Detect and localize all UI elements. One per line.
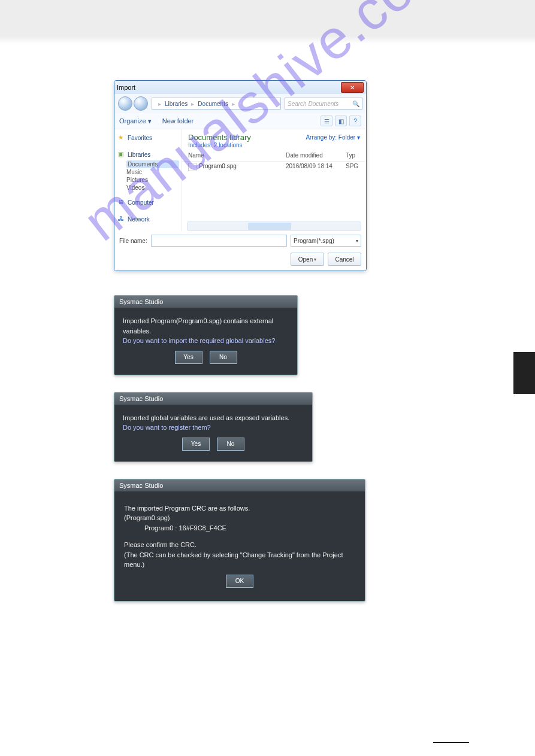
- yes-button[interactable]: Yes: [175, 351, 202, 364]
- dialog-title: Sysmac Studio: [114, 393, 312, 405]
- path-breadcrumb[interactable]: ▸ Libraries▸ Documents▸: [152, 98, 281, 110]
- column-header-name[interactable]: Name: [188, 152, 286, 159]
- organize-menu[interactable]: Organize ▾: [119, 117, 152, 125]
- nav-forward-button[interactable]: [134, 96, 148, 111]
- no-button[interactable]: No: [210, 351, 237, 364]
- close-icon: ✕: [350, 84, 355, 91]
- file-name-input[interactable]: [151, 235, 287, 247]
- dialog-message-line: Imported global variables are used as ex…: [123, 413, 304, 423]
- dialog-message-line: The imported Program CRC are as follows.: [124, 503, 355, 514]
- dialog-title: Import: [117, 84, 341, 91]
- column-header-date[interactable]: Date modified: [286, 152, 346, 159]
- ok-button[interactable]: OK: [226, 575, 253, 588]
- view-mode-button[interactable]: ☰: [321, 116, 333, 126]
- chevron-down-icon: ▾: [148, 117, 152, 125]
- open-button[interactable]: Open▾: [291, 253, 324, 266]
- yes-button[interactable]: Yes: [182, 438, 210, 451]
- file-icon: [188, 163, 197, 171]
- navigation-sidebar: ★Favorites ▣Libraries Documents Music Pi…: [114, 129, 182, 231]
- sidebar-item-music[interactable]: Music: [126, 168, 179, 176]
- dialog-message-line: (Program0.spg): [124, 513, 355, 523]
- dialog-message-line: Imported Program(Program0.spg) contains …: [123, 316, 289, 336]
- crc-confirm-dialog: Sysmac Studio The imported Program CRC a…: [114, 479, 365, 602]
- sidebar-item-computer[interactable]: 🖥Computer: [118, 199, 179, 206]
- import-file-dialog: Import ✕ ▸ Libraries▸ Documents▸ Search …: [114, 80, 367, 271]
- dialog-title: Sysmac Studio: [114, 479, 365, 491]
- chevron-down-icon: ▾: [314, 257, 316, 262]
- import-external-vars-dialog: Sysmac Studio Imported Program(Program0.…: [114, 295, 298, 375]
- library-icon: ▣: [118, 151, 125, 158]
- computer-icon: 🖥: [118, 199, 125, 206]
- preview-pane-button[interactable]: ◧: [335, 116, 347, 126]
- horizontal-scrollbar[interactable]: [187, 221, 361, 231]
- dialog-message-line: Do you want to import the required globa…: [123, 336, 289, 346]
- file-row[interactable]: Program0.spg 2016/08/09 18:14 SPG: [182, 162, 366, 172]
- star-icon: ★: [118, 134, 125, 141]
- file-type-combo[interactable]: Program(*.spg)▾: [291, 235, 361, 247]
- location-subheading: Includes: 2 locations: [188, 142, 360, 148]
- arrange-by-menu[interactable]: Arrange by: Folder ▾: [306, 134, 360, 141]
- sidebar-item-network[interactable]: 🖧Network: [118, 215, 179, 223]
- dialog-message-line: Do you want to register them?: [123, 423, 304, 433]
- sidebar-item-pictures[interactable]: Pictures: [126, 176, 179, 184]
- search-icon: 🔍: [352, 101, 359, 107]
- sidebar-item-videos[interactable]: Videos: [126, 184, 179, 192]
- chevron-down-icon: ▾: [356, 238, 358, 244]
- register-exposed-vars-dialog: Sysmac Studio Imported global variables …: [114, 392, 313, 462]
- no-button[interactable]: No: [217, 438, 244, 451]
- page-side-tab: [513, 352, 535, 394]
- nav-back-button[interactable]: [118, 96, 132, 111]
- network-icon: 🖧: [118, 215, 125, 223]
- cancel-button[interactable]: Cancel: [328, 253, 361, 266]
- dialog-message-line: Program0 : 16#F9C8_F4CE: [124, 523, 355, 533]
- file-name-label: File name:: [119, 238, 147, 244]
- dialog-message-line: (The CRC can be checked by selecting "Ch…: [124, 550, 355, 570]
- dialog-message-line: Please confirm the CRC.: [124, 540, 355, 550]
- window-close-button[interactable]: ✕: [341, 82, 364, 93]
- new-folder-button[interactable]: New folder: [162, 117, 194, 125]
- search-input[interactable]: Search Documents 🔍: [285, 98, 362, 110]
- column-header-type[interactable]: Typ: [346, 152, 360, 159]
- help-button[interactable]: ?: [349, 116, 361, 126]
- sidebar-item-documents[interactable]: Documents: [126, 160, 179, 168]
- dialog-title: Sysmac Studio: [114, 296, 297, 308]
- chevron-down-icon: ▾: [357, 134, 360, 141]
